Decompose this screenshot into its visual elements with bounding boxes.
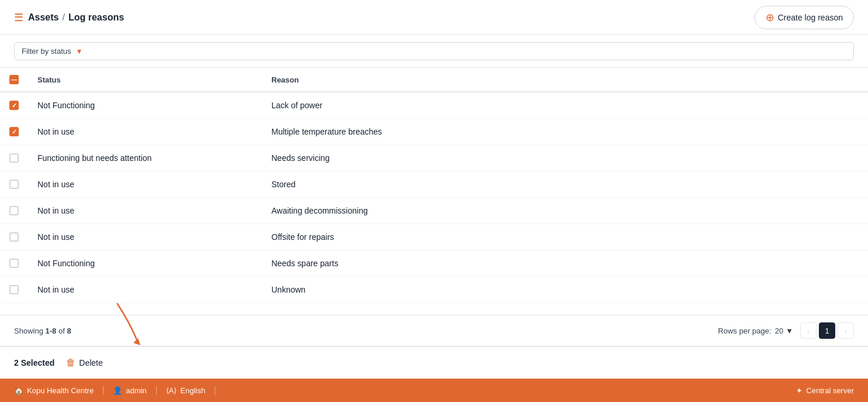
language-label: English: [180, 386, 205, 395]
hamburger-icon[interactable]: ☰: [14, 11, 23, 24]
pagination-right: Rows per page: 20 ▼ ‹ 1 ›: [718, 322, 854, 339]
filter-label: Filter by status: [22, 47, 71, 56]
row-reason: Needs spare parts: [262, 250, 868, 277]
selected-count: 2 Selected: [14, 358, 54, 367]
rows-per-page-select[interactable]: 20 ▼: [775, 327, 793, 335]
select-all-cell: [0, 68, 28, 92]
row-checkbox-cell: [0, 171, 28, 198]
log-reasons-table: Status Reason Not FunctioningLack of pow…: [0, 68, 868, 303]
footer: 🏠 Kopu Health Centre 👤 admin ⟨A⟩ English…: [0, 379, 868, 402]
footer-server: ✦ Central server: [796, 386, 854, 395]
page-1-button[interactable]: 1: [819, 322, 835, 339]
row-checkbox[interactable]: [9, 259, 19, 268]
row-checkbox-cell: [0, 92, 28, 119]
footer-language[interactable]: ⟨A⟩ English: [157, 386, 215, 395]
table-row: Not in useAwaiting decommissioning: [0, 198, 868, 224]
row-status: Functioning but needs attention: [28, 145, 262, 171]
header-left: ☰ Assets / Log reasons: [14, 11, 124, 24]
row-reason: Multiple temperature breaches: [262, 119, 868, 145]
row-checkbox-cell: [0, 145, 28, 171]
user-icon: 👤: [113, 386, 122, 395]
showing-range: 1-8: [46, 327, 57, 335]
home-icon: 🏠: [14, 386, 23, 395]
server-icon: ✦: [796, 386, 802, 395]
rows-per-page-chevron: ▼: [786, 327, 793, 335]
row-checkbox[interactable]: [9, 285, 19, 294]
footer-user: 👤 admin: [104, 386, 156, 395]
server-label: Central server: [806, 386, 854, 395]
table-row: Not in useUnknown: [0, 277, 868, 303]
translate-icon: ⟨A⟩: [166, 386, 177, 395]
rows-per-page-value: 20: [775, 327, 783, 335]
table-row: Functioning but needs attentionNeeds ser…: [0, 145, 868, 171]
row-checkbox-cell: [0, 198, 28, 224]
row-checkbox[interactable]: [9, 101, 19, 110]
row-status: Not in use: [28, 171, 262, 198]
row-checkbox-cell: [0, 224, 28, 250]
filter-by-status-select[interactable]: Filter by status ▼: [14, 42, 854, 60]
chevron-down-icon: ▼: [76, 47, 83, 56]
row-status: Not Functioning: [28, 92, 262, 119]
breadcrumb: Assets / Log reasons: [28, 12, 124, 23]
table-header-row: Status Reason: [0, 68, 868, 92]
row-reason: Needs servicing: [262, 145, 868, 171]
delete-label: Delete: [79, 358, 102, 367]
table-container: Status Reason Not FunctioningLack of pow…: [0, 68, 868, 315]
user-name: admin: [126, 386, 146, 395]
table-row: Not FunctioningNeeds spare parts: [0, 250, 868, 277]
table-body: Not FunctioningLack of powerNot in useMu…: [0, 92, 868, 303]
action-bar: 2 Selected 🗑 Delete: [0, 346, 868, 379]
row-status: Not Functioning: [28, 250, 262, 277]
table-row: Not in useMultiple temperature breaches: [0, 119, 868, 145]
status-column-header: Status: [28, 68, 262, 92]
row-reason: Offsite for repairs: [262, 224, 868, 250]
row-checkbox[interactable]: [9, 180, 19, 189]
row-reason: Unknown: [262, 277, 868, 303]
header: ☰ Assets / Log reasons ⊕ Create log reas…: [0, 0, 868, 35]
delete-button[interactable]: 🗑 Delete: [66, 358, 102, 368]
reason-column-header: Reason: [262, 68, 868, 92]
plus-circle-icon: ⊕: [766, 11, 774, 24]
footer-left: 🏠 Kopu Health Centre 👤 admin ⟨A⟩ English: [14, 386, 215, 395]
row-status: Not in use: [28, 224, 262, 250]
row-checkbox[interactable]: [9, 206, 19, 215]
row-checkbox-cell: [0, 250, 28, 277]
footer-facility: 🏠 Kopu Health Centre: [14, 386, 104, 395]
select-all-checkbox[interactable]: [9, 75, 19, 84]
showing-text: Showing 1-8 of 8: [14, 327, 71, 335]
previous-page-button[interactable]: ‹: [800, 322, 817, 339]
create-log-reason-button[interactable]: ⊕ Create log reason: [755, 6, 854, 29]
row-reason: Awaiting decommissioning: [262, 198, 868, 224]
rows-per-page: Rows per page: 20 ▼: [718, 327, 793, 335]
breadcrumb-current: Log reasons: [68, 12, 124, 23]
row-checkbox-cell: [0, 119, 28, 145]
facility-name: Kopu Health Centre: [27, 386, 94, 395]
create-button-label: Create log reason: [778, 13, 843, 22]
trash-icon: 🗑: [66, 358, 75, 368]
row-status: Not in use: [28, 277, 262, 303]
row-status: Not in use: [28, 198, 262, 224]
breadcrumb-parent[interactable]: Assets: [28, 12, 58, 23]
next-page-button[interactable]: ›: [838, 322, 854, 339]
row-checkbox[interactable]: [9, 127, 19, 136]
page-navigation: ‹ 1 ›: [800, 322, 854, 339]
row-checkbox[interactable]: [9, 232, 19, 242]
pagination-bar: Showing 1-8 of 8 Rows per page: 20 ▼ ‹ 1…: [0, 315, 868, 346]
showing-total: 8: [67, 327, 71, 335]
table-row: Not in useOffsite for repairs: [0, 224, 868, 250]
row-reason: Lack of power: [262, 92, 868, 119]
table-row: Not in useStored: [0, 171, 868, 198]
rows-per-page-label: Rows per page:: [718, 327, 771, 335]
breadcrumb-separator: /: [62, 12, 64, 23]
filter-bar: Filter by status ▼: [0, 35, 868, 68]
row-checkbox-cell: [0, 277, 28, 303]
row-checkbox[interactable]: [9, 153, 19, 163]
row-reason: Stored: [262, 171, 868, 198]
table-row: Not FunctioningLack of power: [0, 92, 868, 119]
row-status: Not in use: [28, 119, 262, 145]
